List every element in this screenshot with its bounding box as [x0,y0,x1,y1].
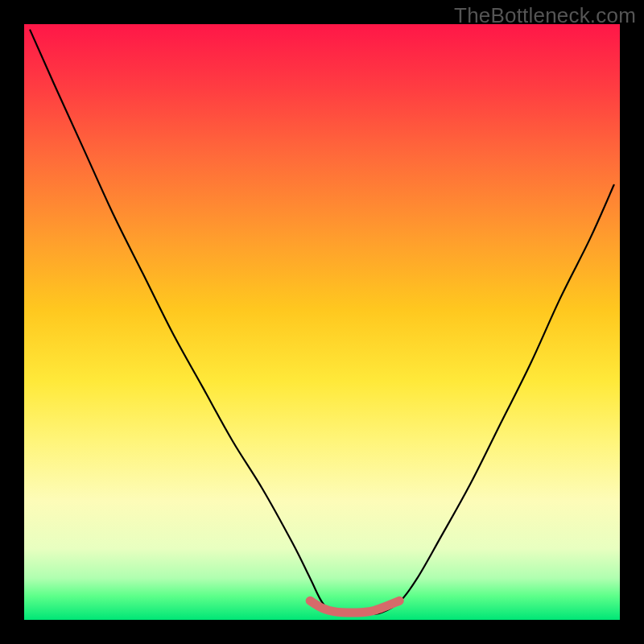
plot-area [24,24,620,620]
curve-layer [24,24,620,620]
chart-frame: TheBottleneck.com [0,0,644,644]
watermark-text: TheBottleneck.com [454,3,636,28]
bottleneck-curve [30,30,613,613]
highlight-band [310,601,399,613]
